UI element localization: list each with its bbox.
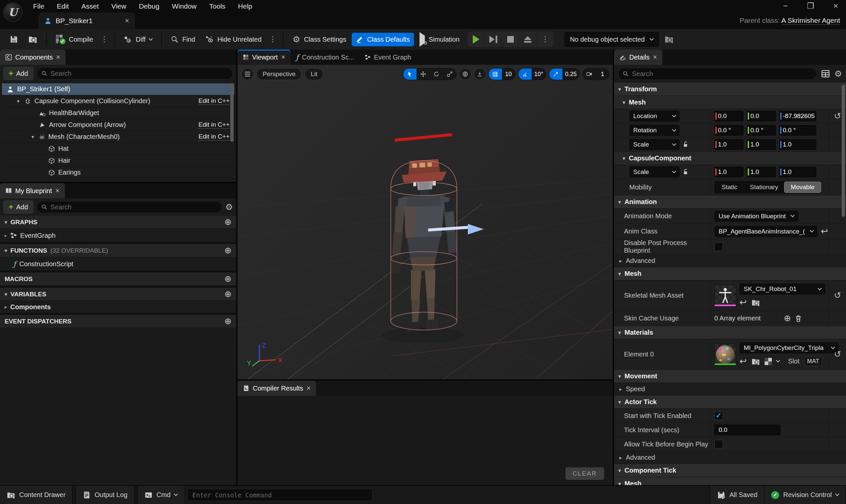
capsule-scale-x-field[interactable]: 1.0 [714, 167, 743, 177]
menu-window[interactable]: Window [172, 2, 197, 10]
allow-tick-checkbox[interactable] [714, 440, 723, 448]
play-button[interactable] [468, 32, 485, 47]
functions-section-header[interactable]: ▾ FUNCTIONS (32 OVERRIDABLE) ⊕ [0, 244, 236, 257]
actor-tick-header[interactable]: ▾Actor Tick [614, 396, 846, 409]
tab-compiler-results[interactable]: Compiler Results × [237, 381, 316, 396]
tree-row-hat[interactable]: Hat [2, 143, 234, 155]
save-button[interactable] [5, 32, 22, 47]
lit-dropdown[interactable]: Lit [305, 68, 323, 80]
macros-section-header[interactable]: MACROS ⊕ [0, 272, 236, 286]
tab-components[interactable]: Components × [0, 50, 66, 65]
expand-arrow-icon[interactable]: ▾ [15, 98, 21, 104]
chevron-down-icon[interactable] [776, 358, 780, 362]
viewport-3d[interactable]: Perspective Lit 10 [237, 65, 613, 379]
add-blueprint-item-button[interactable]: + Add [3, 200, 33, 214]
maximize-button[interactable]: ❐ [806, 1, 815, 11]
location-dropdown[interactable]: Location [629, 110, 680, 122]
scale-tool-button[interactable] [443, 69, 456, 80]
animation-header[interactable]: ▾Animation [614, 195, 846, 209]
details-scrollbar[interactable] [842, 85, 845, 217]
scale-dropdown[interactable]: Scale [629, 166, 680, 178]
grid-snap-value[interactable]: 10 [502, 69, 515, 80]
angle-snap-value[interactable]: 10° [532, 69, 546, 80]
menu-asset[interactable]: Asset [82, 2, 99, 10]
location-x-field[interactable]: 0.0 [714, 111, 743, 121]
trash-icon[interactable] [794, 314, 802, 322]
tab-details[interactable]: Details × [614, 50, 663, 65]
menu-view[interactable]: View [111, 2, 126, 10]
mobility-stationary-button[interactable]: Stationary [744, 182, 785, 193]
speed-row[interactable]: ▸Speed [614, 383, 846, 396]
asset-tab-bp-striker1[interactable]: BP_Striker1 × [38, 13, 135, 29]
animation-advanced-row[interactable]: ▸Advanced [614, 255, 846, 267]
use-selected-icon[interactable]: ↩ [739, 297, 747, 308]
output-log-button[interactable]: Output Log [76, 486, 135, 504]
construction-script-item[interactable]: ƒ ConstructionScript [0, 257, 236, 271]
capsule-component-header[interactable]: ▾CapsuleComponent [614, 152, 846, 165]
class-settings-button[interactable]: ⚙ Class Settings [288, 32, 350, 48]
display-filter-icon[interactable] [821, 69, 830, 78]
rotation-y-field[interactable]: 0.0 ° [747, 125, 776, 136]
scale-dropdown[interactable]: Scale [629, 139, 680, 150]
variables-components-item[interactable]: ▸ Components [0, 301, 236, 313]
eject-button[interactable] [519, 32, 536, 47]
browse-icon[interactable] [751, 298, 760, 307]
viewport-menu-button[interactable] [242, 68, 253, 80]
add-variable-icon[interactable]: ⊕ [224, 289, 232, 299]
diff-button[interactable]: Diff [120, 32, 157, 46]
select-tool-button[interactable] [403, 69, 417, 80]
compile-button[interactable]: ✓ Compile [52, 32, 97, 47]
components-search[interactable] [37, 68, 233, 79]
event-dispatchers-section-header[interactable]: EVENT DISPATCHERS ⊕ [0, 315, 236, 328]
reset-skeletal-mesh-button[interactable]: ↺ [829, 281, 846, 310]
edit-in-cpp-link[interactable]: Edit in C++ [198, 133, 230, 141]
details-search-input[interactable] [632, 70, 812, 78]
slot-value[interactable]: MAT [804, 357, 822, 366]
movement-header[interactable]: ▾Movement [614, 370, 846, 383]
revision-control-button[interactable]: ✓ Revision Control [764, 486, 846, 504]
content-drawer-button[interactable]: Content Drawer [0, 486, 73, 504]
graphs-section-header[interactable]: ▾ GRAPHS ⊕ [0, 216, 236, 229]
asset-tab-close-icon[interactable]: × [125, 17, 129, 25]
menu-tools[interactable]: Tools [209, 2, 225, 10]
compile-options-icon[interactable]: ⋮ [99, 35, 110, 44]
tab-my-blueprint[interactable]: My Blueprint × [0, 183, 65, 198]
grid-snap-toggle[interactable] [489, 69, 502, 80]
rotation-x-field[interactable]: 0.0 ° [714, 125, 743, 136]
my-blueprint-search-input[interactable] [51, 203, 217, 211]
hide-unrelated-button[interactable]: Hide Unrelated [201, 32, 266, 47]
capsule-scale-z-field[interactable]: 1.0 [779, 167, 816, 177]
mesh-header[interactable]: ▾Mesh [614, 267, 846, 281]
material-options-icon[interactable] [764, 358, 772, 365]
use-selected-icon[interactable]: ↩ [739, 356, 747, 366]
lock-open-icon[interactable] [683, 169, 689, 175]
tree-row-healthbar[interactable]: HealthBarWidget [2, 107, 234, 119]
tree-row-mesh[interactable]: ▾ ☠ Mesh (CharacterMesh0) Edit in C++ [2, 131, 234, 143]
expand-arrow-icon[interactable]: ▾ [30, 134, 36, 140]
scale-y-field[interactable]: 1.0 [747, 139, 776, 150]
edit-in-cpp-link[interactable]: Edit in C++ [198, 97, 230, 105]
tick-interval-field[interactable]: 0.0 [714, 425, 780, 435]
reset-material-button[interactable]: ↺ [829, 339, 846, 370]
material-thumbnail[interactable] [714, 344, 736, 365]
mobility-movable-button[interactable]: Movable [785, 182, 821, 193]
console-command[interactable] [187, 489, 372, 501]
tree-row-self[interactable]: BP_Striker1 (Self) [2, 83, 234, 95]
close-icon[interactable]: × [281, 53, 285, 61]
close-window-button[interactable]: × [831, 1, 841, 11]
tab-construction-script[interactable]: ƒ Construction Sc... [290, 50, 359, 65]
rotation-z-field[interactable]: 0.0 ° [779, 125, 816, 136]
close-icon[interactable]: × [56, 53, 60, 61]
start-tick-checkbox[interactable]: ✓ [714, 411, 723, 420]
tab-viewport[interactable]: Viewport × [237, 50, 290, 65]
components-scrollbar[interactable] [230, 84, 234, 142]
console-command-input[interactable] [192, 491, 368, 499]
components-search-input[interactable] [51, 70, 228, 77]
debug-object-dropdown[interactable]: No debug object selected [564, 32, 659, 47]
tree-row-hair[interactable]: Hair [2, 155, 234, 167]
add-macro-icon[interactable]: ⊕ [224, 274, 232, 284]
add-dispatcher-icon[interactable]: ⊕ [224, 316, 232, 326]
scale-z-field[interactable]: 1.0 [779, 139, 816, 150]
browse-to-asset-button[interactable] [24, 32, 42, 47]
parent-class-link[interactable]: A Skrimisher Agent [781, 17, 840, 25]
